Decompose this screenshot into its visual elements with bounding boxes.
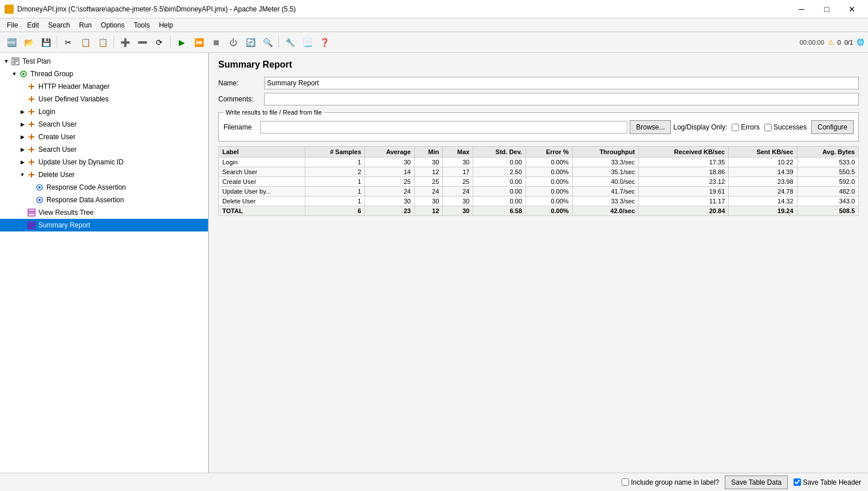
tree-item-login[interactable]: ▶Login (0, 105, 208, 118)
shutdown-button[interactable]: ⏻ (225, 34, 241, 50)
tree-item-test-plan[interactable]: ▼Test Plan (0, 55, 208, 68)
close-button[interactable]: ✕ (840, 2, 863, 16)
run-button[interactable]: ▶ (174, 34, 190, 50)
toolbar: 🆕 📂 💾 ✂ 📋 📋 ➕ ➖ ⟳ ▶ ⏩ ⏹ ⏻ 🔄 🔍 🔧 📃 ❓ 00:0… (0, 32, 868, 53)
name-input[interactable] (264, 77, 859, 89)
copy-button[interactable]: 📋 (77, 34, 93, 50)
paste-button[interactable]: 📋 (95, 34, 111, 50)
window-controls: ─ □ ✕ (790, 2, 863, 16)
save-button[interactable]: 💾 (38, 34, 54, 50)
table-cell: 6 (305, 206, 365, 216)
tree-item-search-user-1[interactable]: ▶Search User (0, 118, 208, 131)
tree-item-search-user-2[interactable]: ▶Search User (0, 143, 208, 156)
menu-item-edit[interactable]: Edit (22, 20, 44, 30)
tree-item-delete-user[interactable]: ▼Delete User (0, 168, 208, 181)
include-group-label[interactable]: Include group name in label? (622, 478, 719, 486)
tree-item-summary-report[interactable]: Summary Report (0, 219, 208, 231)
tree-item-thread-group[interactable]: ▼Thread Group (0, 68, 208, 80)
table-header-throughput: Throughput (572, 147, 638, 158)
tree-item-response-code-assert[interactable]: Response Code Assertion (0, 181, 208, 194)
tree-expander[interactable]: ▶ (18, 109, 26, 115)
table-cell: Login (219, 158, 305, 167)
table-cell: 12 (414, 206, 442, 216)
tree-expander[interactable]: ▶ (18, 159, 26, 165)
save-table-data-button[interactable]: Save Table Data (725, 476, 788, 489)
errors-checkbox[interactable] (732, 124, 739, 131)
list-button[interactable]: 📃 (299, 34, 315, 50)
tree-node-icon (10, 56, 21, 66)
table-cell: 343.0 (797, 197, 858, 206)
function-helper-button[interactable]: 🔧 (282, 34, 298, 50)
help-button[interactable]: ❓ (316, 34, 332, 50)
run-no-pause-button[interactable]: ⏩ (191, 34, 207, 50)
successes-checkbox-label[interactable]: Successes (764, 123, 807, 131)
tree-expander[interactable]: ▼ (2, 58, 10, 64)
table-cell: 19.61 (639, 187, 729, 197)
tree-item-response-data-assert[interactable]: Response Data Assertion (0, 194, 208, 206)
stop-button[interactable]: ⏹ (208, 34, 224, 50)
table-cell: 35.1/sec (572, 167, 638, 177)
table-row: Update User by...12424240.000.00%41.7/se… (219, 187, 859, 197)
comments-row: Comments: (218, 93, 859, 105)
svg-rect-30 (29, 223, 34, 225)
add-button[interactable]: ➕ (117, 34, 133, 50)
table-header-min: Min (414, 147, 442, 158)
search-button[interactable]: 🔍 (260, 34, 276, 50)
clear-results-button[interactable]: 🔄 (242, 34, 258, 50)
menu-item-file[interactable]: File (2, 20, 22, 30)
include-group-text: Include group name in label? (631, 478, 719, 486)
tree-item-user-defined-vars[interactable]: User Defined Variables (0, 93, 208, 105)
open-button[interactable]: 📂 (21, 34, 37, 50)
tree-item-http-header-mgr[interactable]: HTTP Header Manager (0, 80, 208, 93)
tree-expander[interactable]: ▼ (10, 71, 18, 77)
comments-input[interactable] (264, 93, 859, 105)
table-cell: Delete User (219, 197, 305, 206)
tree-expander[interactable]: ▶ (18, 134, 26, 140)
include-group-checkbox[interactable] (622, 478, 629, 486)
table-row: Delete User13030300.000.00%33.3/sec11.17… (219, 197, 859, 206)
clear-button[interactable]: ⟳ (151, 34, 167, 50)
configure-button[interactable]: Configure (811, 120, 854, 134)
tree-expander[interactable]: ▼ (18, 172, 26, 178)
tree-item-create-user[interactable]: ▶Create User (0, 131, 208, 143)
tree-item-label: Delete User (38, 171, 74, 179)
table-cell: 33.3/sec (572, 197, 638, 206)
maximize-button[interactable]: □ (815, 2, 838, 16)
menu-item-help[interactable]: Help (154, 20, 178, 30)
table-cell: 30 (443, 197, 473, 206)
table-cell: 1 (305, 197, 365, 206)
cut-button[interactable]: ✂ (60, 34, 76, 50)
tree-item-view-results-tree[interactable]: View Results Tree (0, 206, 208, 219)
menu-item-options[interactable]: Options (96, 20, 129, 30)
tree-expander[interactable]: ▶ (18, 147, 26, 152)
menu-item-run[interactable]: Run (74, 20, 96, 30)
table-header-max: Max (443, 147, 473, 158)
table-cell: Create User (219, 177, 305, 187)
table-cell: 30 (365, 158, 415, 167)
table-cell: 24 (414, 187, 442, 197)
table-cell: 0.00% (526, 187, 573, 197)
file-group-legend: Write results to file / Read from file (223, 109, 324, 116)
errors-checkbox-label[interactable]: Errors (732, 123, 760, 131)
remove-button[interactable]: ➖ (134, 34, 150, 50)
tree-item-label: Thread Group (30, 70, 73, 78)
save-table-header-label[interactable]: Save Table Header (794, 478, 861, 486)
tree-node-icon (26, 170, 37, 180)
name-label: Name: (218, 79, 264, 87)
new-button[interactable]: 🆕 (3, 34, 19, 50)
menu-item-tools[interactable]: Tools (129, 20, 154, 30)
minimize-button[interactable]: ─ (790, 2, 813, 16)
successes-checkbox[interactable] (764, 124, 772, 131)
tree-item-update-user[interactable]: ▶Update User by Dynamic ID (0, 156, 208, 168)
filename-input[interactable] (260, 121, 627, 133)
table-cell: 25 (365, 177, 415, 187)
tree-expander[interactable]: ▶ (18, 121, 26, 127)
table-cell: 30 (365, 197, 415, 206)
table-cell: 11.17 (639, 197, 729, 206)
save-table-header-text: Save Table Header (803, 478, 861, 486)
menu-item-search[interactable]: Search (44, 20, 74, 30)
save-table-header-checkbox[interactable] (794, 478, 801, 486)
browse-button[interactable]: Browse... (630, 120, 671, 134)
table-cell: 0.00 (473, 177, 526, 187)
app-icon (5, 5, 14, 14)
